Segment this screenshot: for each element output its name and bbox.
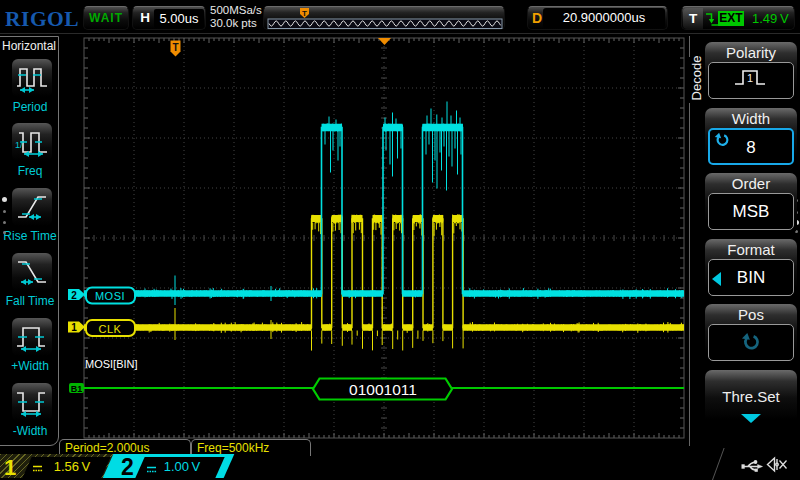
svg-text:1: 1 bbox=[71, 322, 77, 333]
svg-text:MOSI[BIN]: MOSI[BIN] bbox=[85, 358, 138, 370]
svg-text:1: 1 bbox=[747, 72, 753, 84]
svg-text:T: T bbox=[172, 42, 178, 53]
svg-text:MOSI: MOSI bbox=[95, 290, 125, 302]
svg-text:2: 2 bbox=[71, 290, 77, 301]
svg-text:CLK: CLK bbox=[99, 323, 122, 335]
svg-text:1/: 1/ bbox=[15, 140, 23, 150]
svg-text:01001011: 01001011 bbox=[349, 381, 417, 398]
svg-text:B1: B1 bbox=[71, 384, 83, 394]
svg-text:T: T bbox=[302, 9, 307, 18]
